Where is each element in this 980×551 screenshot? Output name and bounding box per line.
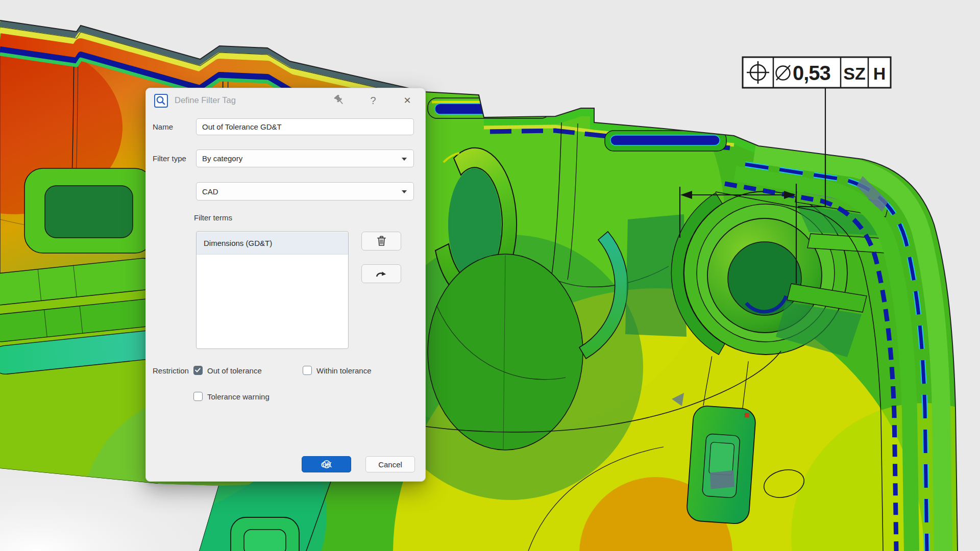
pin-icon [333, 95, 345, 106]
help-button[interactable]: ? [364, 92, 382, 109]
list-item-label: Dimensions (GD&T) [204, 239, 272, 247]
name-input[interactable] [196, 118, 414, 135]
application-window: 0,53 SZ H Define Filter Tag ? ✕ Name Fil… [0, 0, 980, 551]
name-label: Name [153, 122, 173, 131]
dialog-title: Define Filter Tag [175, 95, 236, 105]
trash-icon [377, 236, 386, 246]
filter-search-icon [154, 94, 168, 108]
caret-down-icon [402, 190, 407, 193]
close-button[interactable]: ✕ [399, 92, 416, 109]
checkbox-label: Out of tolerance [207, 366, 262, 375]
cancel-label: Cancel [378, 460, 402, 469]
slot-boss [231, 517, 299, 551]
help-icon: ? [370, 95, 376, 107]
define-filter-tag-dialog: Define Filter Tag ? ✕ Name Filter type B… [145, 88, 426, 482]
checkbox-label: Tolerance warning [207, 392, 270, 401]
list-item[interactable]: Dimensions (GD&T) [197, 232, 348, 255]
filter-terms-label: Filter terms [194, 213, 232, 222]
redo-term-button[interactable] [361, 264, 401, 283]
ok-button[interactable]: OK [302, 456, 351, 472]
ok-label: OK [321, 460, 332, 469]
filter-type-value: By category [202, 154, 242, 163]
restriction-label: Restriction [153, 366, 189, 375]
filter-terms-list[interactable]: Dimensions (GD&T) [196, 231, 349, 349]
caret-down-icon [402, 158, 407, 161]
checkbox-out-of-tolerance[interactable] [193, 366, 203, 375]
filter-type-label: Filter type [153, 154, 186, 163]
feature-control-frame[interactable]: 0,53 SZ H [743, 57, 891, 88]
tolerance-value: 0,53 [793, 62, 830, 84]
checkbox-tolerance-warning[interactable] [193, 392, 203, 401]
checkbox-within-tolerance[interactable] [303, 366, 312, 375]
close-icon: ✕ [403, 95, 411, 106]
check-icon [194, 366, 202, 374]
checkbox-label: Within tolerance [316, 366, 372, 375]
delete-term-button[interactable] [361, 232, 401, 251]
pocket-bracket [24, 168, 153, 253]
category-dropdown[interactable]: CAD [196, 182, 414, 201]
pin-button[interactable] [330, 92, 348, 109]
cancel-button[interactable]: Cancel [365, 456, 415, 472]
redo-arrow-icon [375, 269, 387, 278]
zone-modifier: SZ [843, 64, 865, 83]
category-value: CAD [202, 187, 218, 196]
datum-reference: H [873, 64, 886, 83]
filter-type-dropdown[interactable]: By category [196, 149, 414, 167]
